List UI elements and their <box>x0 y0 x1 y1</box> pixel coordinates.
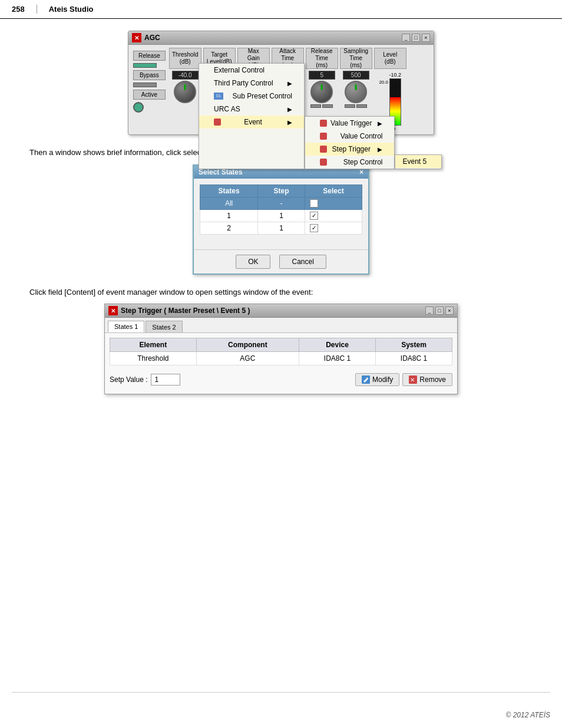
maximize-button[interactable]: □ <box>412 34 420 42</box>
page-footer: © 2012 ATEİS <box>505 711 550 719</box>
agc-window-icon: ✕ <box>132 33 141 42</box>
tab-states-2[interactable]: States 2 <box>146 321 182 332</box>
ok-button[interactable]: OK <box>236 255 270 269</box>
release-bar <box>133 63 157 68</box>
step-control-label: Step Control <box>343 158 383 166</box>
row1-component: AGC <box>196 352 299 365</box>
row1-states: 1 <box>200 209 258 222</box>
active-led <box>133 102 144 113</box>
cancel-button[interactable]: Cancel <box>279 255 326 269</box>
urc-as-label: URC AS <box>214 105 240 113</box>
menu-third-party-control[interactable]: Third Party Control ▶ <box>199 77 304 90</box>
step-bottom-bar: Setp Value : Modify ✕ Remove <box>110 370 452 389</box>
page-header: 258 Ateis Studio <box>0 0 562 19</box>
row2-select: ✓ <box>305 222 362 234</box>
row2-states: 2 <box>200 222 258 234</box>
modify-button[interactable]: Modify <box>355 373 399 386</box>
external-control-label: External Control <box>214 66 265 74</box>
step-trigger-window: ✕ Step Trigger ( Master Preset \ Event 5… <box>104 304 458 394</box>
menu-external-control[interactable]: External Control <box>199 64 304 77</box>
remove-button[interactable]: ✕ Remove <box>402 373 452 386</box>
bottom-rule <box>12 692 550 693</box>
action-buttons: Modify ✕ Remove <box>355 373 452 386</box>
states-content: States Step Select All - ✓ 1 <box>194 179 368 249</box>
sub-preset-icon: 01 <box>214 93 223 100</box>
menu-value-trigger[interactable]: Value Trigger ▶ <box>305 117 394 130</box>
step-trigger-label: Step Trigger <box>332 145 371 153</box>
event5-item[interactable]: Event 5 <box>395 155 441 168</box>
bypass-button[interactable]: Bypass <box>133 70 166 80</box>
col-select: Select <box>305 185 362 197</box>
event-submenu: Value Trigger ▶ Value Control Step Trigg… <box>305 116 395 169</box>
step-trigger-icon <box>320 146 327 153</box>
table-row-all: All - ✓ <box>200 197 362 209</box>
value-control-label: Value Control <box>340 132 383 140</box>
step-trigger-window-icon: ✕ <box>108 306 118 315</box>
st-close-button[interactable]: × <box>445 307 454 315</box>
states-table-header: States Step Select <box>200 185 362 197</box>
menu-step-control[interactable]: Step Control <box>305 156 394 169</box>
tab-states-1[interactable]: States 1 <box>108 321 144 332</box>
menu-urc-as[interactable]: URC AS ▶ <box>199 103 304 116</box>
setp-value-group: Setp Value : <box>110 374 180 386</box>
event5-label: Event 5 <box>402 157 427 166</box>
step-trigger-arrow: ▶ <box>378 146 382 153</box>
minimize-button[interactable]: _ <box>402 34 410 42</box>
threshold-value: -40.0 <box>172 71 199 80</box>
third-party-label: Third Party Control <box>214 79 273 87</box>
states-table: States Step Select All - ✓ 1 <box>200 185 362 235</box>
value-trigger-label: Value Trigger <box>330 119 372 127</box>
remove-label: Remove <box>419 375 446 384</box>
step-col-system: System <box>376 338 452 352</box>
page-number: 258 <box>12 5 37 14</box>
step-col-element: Element <box>110 338 197 352</box>
agc-titlebar: ✕ AGC _ □ × <box>128 31 434 45</box>
agc-title-text: AGC <box>144 34 160 42</box>
value-trigger-arrow: ▶ <box>378 120 382 127</box>
menu-step-trigger[interactable]: Step Trigger ▶ <box>305 143 394 156</box>
row1-checkbox[interactable]: ✓ <box>310 212 318 220</box>
agc-title-left: ✕ AGC <box>132 33 160 42</box>
modify-icon <box>362 375 370 384</box>
main-content: ✕ AGC _ □ × Release Bypass Active <box>0 31 562 394</box>
release-button[interactable]: Release <box>133 51 166 61</box>
all-checkbox[interactable]: ✓ <box>310 199 318 207</box>
modify-label: Modify <box>372 375 393 384</box>
threshold-control: -40.0 <box>172 71 199 103</box>
value-trigger-icon <box>320 120 327 127</box>
active-button[interactable]: Active <box>133 90 166 100</box>
step-col-component: Component <box>196 338 299 352</box>
step-trigger-titlebar: ✕ Step Trigger ( Master Preset \ Event 5… <box>105 304 457 318</box>
event-label: Event <box>244 118 262 126</box>
setp-input[interactable] <box>151 374 180 386</box>
event-arrow: ▶ <box>287 119 292 126</box>
agc-window-controls: _ □ × <box>402 34 430 42</box>
step-trigger-title-text: Step Trigger ( Master Preset \ Event 5 ) <box>121 307 250 315</box>
remove-icon: ✕ <box>409 375 417 384</box>
row2-step: 1 <box>258 222 305 234</box>
threshold-label: Threshold(dB) <box>169 48 201 69</box>
st-maximize-button[interactable]: □ <box>435 307 444 315</box>
table-row-2: 2 1 ✓ <box>200 222 362 234</box>
step-trigger-tabs: States 1 States 2 <box>105 318 457 332</box>
table-row-1: 1 1 ✓ <box>200 209 362 222</box>
threshold-knob[interactable] <box>174 81 196 103</box>
step-trigger-title-left: ✕ Step Trigger ( Master Preset \ Event 5… <box>108 306 250 315</box>
st-minimize-button[interactable]: _ <box>425 307 434 315</box>
setp-label: Setp Value : <box>110 375 148 384</box>
states-buttons: OK Cancel <box>194 249 368 274</box>
menu-sub-preset-control[interactable]: 01 Sub Preset Control <box>199 90 304 103</box>
row2-checkbox[interactable]: ✓ <box>310 224 318 232</box>
agc-side-buttons: Release Bypass Active <box>131 48 167 131</box>
select-states-window: Select States × States Step Select All - <box>193 164 369 275</box>
context-menu-container: External Control Third Party Control ▶ 0… <box>199 63 442 169</box>
svg-text:✕: ✕ <box>410 377 415 383</box>
all-select-cell: ✓ <box>305 197 362 209</box>
value-control-icon <box>320 133 327 140</box>
row1-select: ✓ <box>305 209 362 222</box>
menu-event[interactable]: Event ▶ <box>199 116 304 129</box>
menu-value-control[interactable]: Value Control <box>305 130 394 143</box>
agc-area: ✕ AGC _ □ × Release Bypass Active <box>128 31 434 135</box>
event-icon <box>214 118 221 126</box>
close-button[interactable]: × <box>422 34 430 42</box>
